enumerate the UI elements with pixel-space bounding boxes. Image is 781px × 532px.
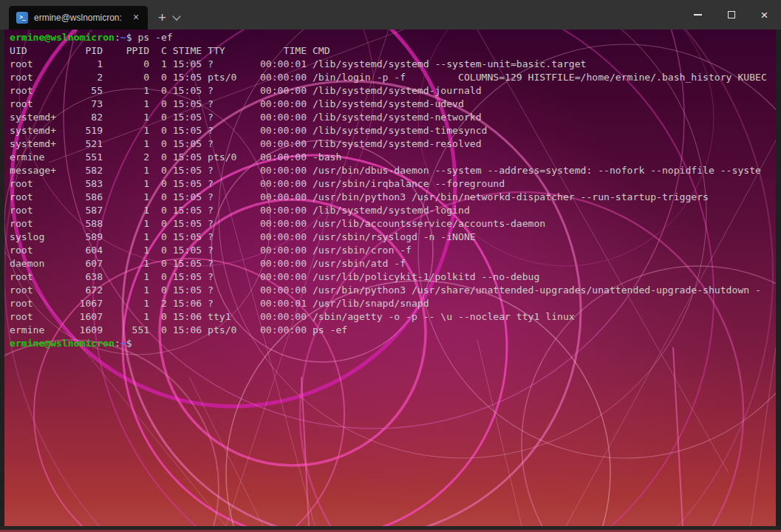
tab-close-icon[interactable]: × — [130, 12, 142, 24]
tab-dropdown-button[interactable] — [166, 10, 188, 26]
maximize-icon — [728, 11, 735, 18]
maximize-button[interactable] — [715, 0, 748, 30]
terminal-window: >_ ermine@wslnomicron: ~ × + × — [0, 0, 781, 532]
minimize-icon — [694, 14, 702, 15]
minimize-button[interactable] — [681, 0, 715, 30]
terminal-viewport[interactable]: ermine@wslnomicron:~$ ps -ef UID PID PPI… — [4, 30, 776, 526]
terminal-output: ermine@wslnomicron:~$ ps -ef UID PID PPI… — [4, 30, 776, 350]
shell-tab-icon: >_ — [16, 12, 28, 24]
close-button[interactable]: × — [748, 0, 781, 30]
window-bottom-frame — [0, 526, 781, 532]
window-controls: × — [681, 0, 781, 30]
titlebar: >_ ermine@wslnomicron: ~ × + × — [0, 0, 781, 30]
tab-title: ermine@wslnomicron: ~ — [34, 13, 124, 23]
tab-ermine-wslnomicron[interactable]: >_ ermine@wslnomicron: ~ × — [9, 6, 148, 30]
new-tab-button[interactable]: + — [158, 10, 166, 26]
